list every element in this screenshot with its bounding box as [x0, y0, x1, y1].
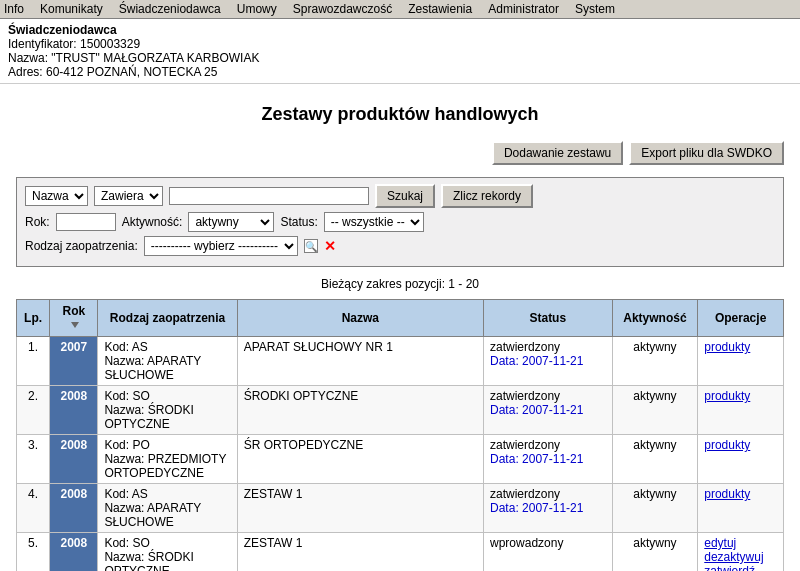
- menu-info[interactable]: Info: [4, 2, 24, 16]
- cell-rok: 2008: [50, 386, 98, 435]
- table-row: 5.2008Kod: SONazwa: ŚRODKI OPTYCZNEZESTA…: [17, 533, 784, 572]
- menu-umowy[interactable]: Umowy: [237, 2, 277, 16]
- status-label: Status:: [280, 215, 317, 229]
- cell-rodzaj: Kod: SONazwa: ŚRODKI OPTYCZNE: [98, 386, 237, 435]
- menu-sprawozdawczosc[interactable]: Sprawozdawczość: [293, 2, 392, 16]
- header-lp: Lp.: [17, 300, 50, 337]
- condition-select[interactable]: Zawiera: [94, 186, 163, 206]
- cell-aktywnosc: aktywny: [612, 386, 698, 435]
- cell-operacje: produkty: [698, 435, 784, 484]
- cell-lp: 4.: [17, 484, 50, 533]
- field-select[interactable]: Nazwa: [25, 186, 88, 206]
- menu-system[interactable]: System: [575, 2, 615, 16]
- search-row: Nazwa Zawiera Szukaj Zlicz rekordy: [25, 184, 775, 208]
- rodzaj-kod: Kod: SO: [104, 389, 149, 403]
- header-rodzaj: Rodzaj zaopatrzenia: [98, 300, 237, 337]
- rodzaj-kod: Kod: SO: [104, 536, 149, 550]
- filter-area: Nazwa Zawiera Szukaj Zlicz rekordy Rok: …: [16, 177, 784, 267]
- table-row: 2.2008Kod: SONazwa: ŚRODKI OPTYCZNEŚRODK…: [17, 386, 784, 435]
- cell-lp: 3.: [17, 435, 50, 484]
- cell-nazwa: ZESTAW 1: [237, 533, 483, 572]
- status-date: Data: 2007-11-21: [490, 403, 583, 417]
- cell-status: zatwierdzonyData: 2007-11-21: [484, 386, 613, 435]
- rodzaj-kod: Kod: AS: [104, 340, 147, 354]
- header-rok[interactable]: Rok: [50, 300, 98, 337]
- search-small-icon[interactable]: 🔍: [304, 239, 318, 253]
- cell-nazwa: ŚR ORTOPEDYCZNE: [237, 435, 483, 484]
- cell-aktywnosc: aktywny: [612, 337, 698, 386]
- menu-zestawienia[interactable]: Zestawienia: [408, 2, 472, 16]
- rok-label: Rok:: [25, 215, 50, 229]
- aktywnosc-label: Aktywność:: [122, 215, 183, 229]
- cell-rodzaj: Kod: ASNazwa: APARATY SŁUCHOWE: [98, 337, 237, 386]
- rodzaj-nazwa: Nazwa: ŚRODKI OPTYCZNE: [104, 403, 193, 431]
- cell-lp: 2.: [17, 386, 50, 435]
- status-text: zatwierdzony: [490, 389, 560, 403]
- cell-rok: 2007: [50, 337, 98, 386]
- page-title: Zestawy produktów handlowych: [16, 104, 784, 125]
- status-text: zatwierdzony: [490, 487, 560, 501]
- rodzaj-kod: Kod: PO: [104, 438, 149, 452]
- status-text: wprowadzony: [490, 536, 563, 550]
- rodzaj-row: Rodzaj zaopatrzenia: ---------- wybierz …: [25, 236, 775, 256]
- cell-rodzaj: Kod: PONazwa: PRZEDMIOTY ORTOPEDYCZNE: [98, 435, 237, 484]
- op-dezaktywuj-link[interactable]: dezaktywuj: [704, 550, 763, 564]
- add-button[interactable]: Dodawanie zestawu: [492, 141, 623, 165]
- data-table: Lp. Rok Rodzaj zaopatrzenia Nazwa Status…: [16, 299, 784, 571]
- cell-rodzaj: Kod: SONazwa: ŚRODKI OPTYCZNE: [98, 533, 237, 572]
- cell-nazwa: ŚRODKI OPTYCZNE: [237, 386, 483, 435]
- rodzaj-nazwa: Nazwa: ŚRODKI OPTYCZNE: [104, 550, 193, 571]
- cell-status: zatwierdzonyData: 2007-11-21: [484, 337, 613, 386]
- cell-operacje: produkty: [698, 386, 784, 435]
- rodzaj-kod: Kod: AS: [104, 487, 147, 501]
- op-produkty-link[interactable]: produkty: [704, 438, 750, 452]
- cell-aktywnosc: aktywny: [612, 533, 698, 572]
- cell-status: zatwierdzonyData: 2007-11-21: [484, 435, 613, 484]
- cell-operacje: produkty: [698, 484, 784, 533]
- cell-operacje: edytujdezaktywujzatwierdźprodukty: [698, 533, 784, 572]
- cell-operacje: produkty: [698, 337, 784, 386]
- rok-sort-icon: [71, 322, 79, 330]
- op-produkty-link[interactable]: produkty: [704, 340, 750, 354]
- clear-icon[interactable]: ✕: [324, 238, 336, 254]
- status-date: Data: 2007-11-21: [490, 501, 583, 515]
- main-content: Zestawy produktów handlowych Dodawanie z…: [0, 84, 800, 571]
- cell-rok: 2008: [50, 435, 98, 484]
- aktywnosc-select[interactable]: aktywny nieaktywny wszystkie: [188, 212, 274, 232]
- cell-aktywnosc: aktywny: [612, 435, 698, 484]
- op-produkty-link[interactable]: produkty: [704, 389, 750, 403]
- cell-nazwa: APARAT SŁUCHOWY NR 1: [237, 337, 483, 386]
- cell-aktywnosc: aktywny: [612, 484, 698, 533]
- rok-input[interactable]: [56, 213, 116, 231]
- op-zatwierdz-link[interactable]: zatwierdź: [704, 564, 755, 571]
- rodzaj-nazwa: Nazwa: APARATY SŁUCHOWE: [104, 354, 201, 382]
- table-row: 4.2008Kod: ASNazwa: APARATY SŁUCHOWEZEST…: [17, 484, 784, 533]
- cell-rok: 2008: [50, 533, 98, 572]
- rodzaj-label: Rodzaj zaopatrzenia:: [25, 239, 138, 253]
- table-row: 1.2007Kod: ASNazwa: APARATY SŁUCHOWEAPAR…: [17, 337, 784, 386]
- menu-swiadczeniodawca[interactable]: Świadczeniodawca: [119, 2, 221, 16]
- action-buttons: Dodawanie zestawu Export pliku dla SWDKO: [16, 141, 784, 165]
- header-aktywnosc: Aktywność: [612, 300, 698, 337]
- status-text: zatwierdzony: [490, 340, 560, 354]
- menu-administrator[interactable]: Administrator: [488, 2, 559, 16]
- range-info: Bieżący zakres pozycji: 1 - 20: [16, 277, 784, 291]
- provider-adres: Adres: 60-412 POZNAŃ, NOTECKA 25: [8, 65, 792, 79]
- search-input[interactable]: [169, 187, 369, 205]
- provider-info: Świadczeniodawca Identyfikator: 15000332…: [0, 19, 800, 84]
- table-row: 3.2008Kod: PONazwa: PRZEDMIOTY ORTOPEDYC…: [17, 435, 784, 484]
- provider-nazwa: Nazwa: "TRUST" MAŁGORZATA KARBOWIAK: [8, 51, 792, 65]
- rodzaj-select[interactable]: ---------- wybierz ----------: [144, 236, 298, 256]
- op-edytuj-link[interactable]: edytuj: [704, 536, 736, 550]
- provider-title: Świadczeniodawca: [8, 23, 792, 37]
- status-text: zatwierdzony: [490, 438, 560, 452]
- menu-komunikaty[interactable]: Komunikaty: [40, 2, 103, 16]
- op-produkty-link[interactable]: produkty: [704, 487, 750, 501]
- search-button[interactable]: Szukaj: [375, 184, 435, 208]
- cell-rok: 2008: [50, 484, 98, 533]
- cell-rodzaj: Kod: ASNazwa: APARATY SŁUCHOWE: [98, 484, 237, 533]
- count-button[interactable]: Zlicz rekordy: [441, 184, 533, 208]
- status-select[interactable]: -- wszystkie --: [324, 212, 424, 232]
- export-button[interactable]: Export pliku dla SWDKO: [629, 141, 784, 165]
- rodzaj-nazwa: Nazwa: APARATY SŁUCHOWE: [104, 501, 201, 529]
